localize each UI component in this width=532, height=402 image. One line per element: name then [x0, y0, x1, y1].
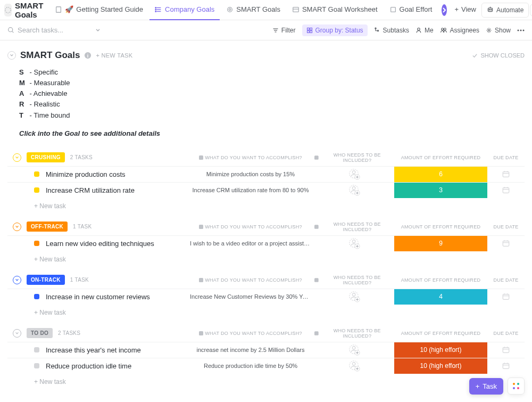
status-pill[interactable]: CRUSHING — [27, 152, 65, 162]
status-square[interactable] — [34, 363, 39, 368]
cell-effort[interactable]: 6 — [394, 167, 487, 182]
me-button[interactable]: Me — [415, 27, 434, 34]
new-task-button[interactable]: + New task — [7, 374, 525, 385]
assignee-add-icon[interactable] — [348, 237, 360, 249]
svg-rect-74 — [314, 278, 319, 282]
add-view-button[interactable]: + View — [451, 0, 479, 20]
automate-button[interactable]: Automate — [481, 3, 529, 18]
filter-label: Filter — [281, 27, 296, 34]
status-square[interactable] — [34, 241, 39, 246]
col-accomplish: WHAT DO YOU WANT TO ACCOMPLISH? — [187, 155, 314, 160]
status-pill[interactable]: ON-TRACK — [27, 275, 65, 285]
show-button[interactable]: Show — [486, 27, 511, 34]
cell-effort[interactable]: 10 (high effort) — [394, 342, 487, 358]
task-name[interactable]: Minimize production costs — [46, 170, 179, 178]
tab-company-goals[interactable]: Company Goals — [149, 0, 220, 20]
assignee-add-icon[interactable] — [348, 184, 360, 196]
svg-point-45 — [352, 171, 355, 174]
task-name[interactable]: Increase in new customer reviews — [46, 293, 179, 301]
workspace-icon[interactable] — [4, 4, 12, 17]
effort-icon — [389, 6, 397, 13]
tab-getting-started[interactable]: 🚀 Getting Started Guide — [49, 0, 148, 20]
svg-rect-12 — [390, 7, 395, 12]
view-label: View — [461, 5, 476, 13]
task-row[interactable]: Increase CRM utilization rate Increase C… — [7, 182, 525, 198]
new-task-fab[interactable]: + Task — [469, 378, 503, 395]
task-row[interactable]: Increase this year's net income increase… — [7, 342, 525, 358]
status-square[interactable] — [34, 171, 39, 177]
status-square[interactable] — [34, 187, 39, 193]
robot-icon — [487, 6, 494, 14]
cell-effort[interactable]: 10 (high effort) — [394, 358, 487, 374]
cell-due-date[interactable] — [487, 362, 525, 370]
task-row[interactable]: Increase in new customer reviews Increas… — [7, 289, 525, 305]
assignee-add-icon[interactable] — [348, 168, 360, 180]
cell-due-date[interactable] — [487, 170, 525, 178]
task-name[interactable]: Increase this year's net income — [46, 346, 179, 354]
cell-due-date[interactable] — [487, 239, 525, 248]
task-count: 1 TASK — [73, 224, 92, 229]
tab-goal-effort[interactable]: Goal Effort — [384, 0, 438, 20]
collapse-group-button[interactable] — [13, 329, 21, 338]
status-square[interactable] — [34, 294, 39, 299]
group-by-button[interactable]: Group by: Status — [302, 24, 368, 36]
info-icon[interactable]: i — [84, 52, 92, 59]
more-button[interactable] — [517, 29, 525, 31]
filter-icon — [272, 27, 279, 34]
task-row[interactable]: Learn new video editing techniques I wis… — [7, 235, 525, 251]
collapse-group-button[interactable] — [13, 223, 21, 231]
cell-who[interactable] — [314, 360, 394, 372]
cell-effort[interactable]: 4 — [394, 289, 487, 305]
apps-fab[interactable] — [508, 378, 525, 395]
cell-who[interactable] — [314, 344, 394, 356]
tab-smart-goals[interactable]: SMART Goals — [221, 0, 286, 20]
filter-button[interactable]: Filter — [272, 27, 296, 34]
tabs-next-button[interactable] — [442, 4, 447, 16]
cell-who[interactable] — [314, 237, 394, 249]
assignee-add-icon[interactable] — [348, 344, 360, 356]
status-square[interactable] — [34, 347, 39, 352]
show-closed-button[interactable]: SHOW CLOSED — [472, 52, 525, 59]
cell-due-date[interactable] — [487, 346, 525, 354]
search-input[interactable] — [18, 26, 81, 34]
cell-who[interactable] — [314, 168, 394, 180]
chevron-down-icon[interactable] — [95, 28, 101, 33]
subtasks-button[interactable]: Subtasks — [374, 27, 409, 34]
task-row[interactable]: Reduce production idle time Reduce produ… — [7, 358, 525, 374]
cell-effort[interactable]: 9 — [394, 236, 487, 251]
assignee-add-icon[interactable] — [348, 360, 360, 372]
collapse-group-button[interactable] — [13, 276, 21, 284]
assignees-button[interactable]: Assignees — [440, 27, 479, 34]
collapse-group-button[interactable] — [13, 153, 21, 162]
new-task-button[interactable]: + New task — [7, 198, 525, 210]
new-task-header-button[interactable]: + NEW TASK — [96, 52, 132, 59]
svg-point-34 — [441, 28, 443, 30]
new-task-button[interactable]: + New task — [7, 305, 525, 316]
task-name[interactable]: Increase CRM utilization rate — [46, 186, 179, 194]
tab-worksheet[interactable]: SMART Goal Worksheet — [287, 0, 383, 20]
doc-icon — [55, 6, 62, 13]
cell-who[interactable] — [314, 184, 394, 196]
svg-point-107 — [517, 387, 519, 389]
svg-point-9 — [229, 9, 231, 11]
collapse-list-button[interactable] — [7, 51, 16, 60]
task-name[interactable]: Learn new video editing techniques — [46, 240, 179, 248]
task-row[interactable]: Minimize production costs Minimize produ… — [7, 166, 525, 182]
cell-due-date[interactable] — [487, 186, 525, 194]
svg-point-35 — [444, 28, 446, 30]
status-pill[interactable]: OFF-TRACK — [27, 221, 68, 232]
cell-due-date[interactable] — [487, 292, 525, 301]
smart-acronym: S - SpecificM - MeasurableA - Achievable… — [19, 67, 525, 121]
assignee-add-icon[interactable] — [348, 291, 360, 302]
new-task-button[interactable]: + New task — [7, 251, 525, 263]
task-count: 1 TASK — [70, 277, 89, 283]
task-name[interactable]: Reduce production idle time — [46, 362, 179, 370]
cell-who[interactable] — [314, 291, 394, 302]
cell-accomplish: Increase CRM utilization rate from 80 to… — [187, 187, 314, 193]
col-effort: AMOUNT OF EFFORT REQUIRED — [394, 155, 487, 160]
status-pill[interactable]: TO DO — [27, 328, 53, 338]
cell-effort[interactable]: 3 — [394, 183, 487, 198]
automate-dropdown[interactable] — [530, 4, 532, 16]
col-effort: AMOUNT OF EFFORT REQUIRED — [394, 277, 487, 283]
more-icon — [517, 29, 525, 31]
